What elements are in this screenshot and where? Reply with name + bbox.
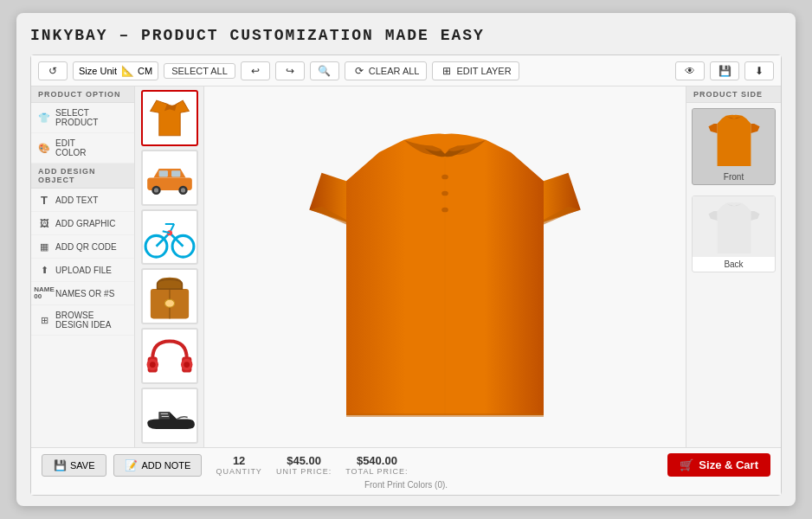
save-icon: 💾 <box>718 64 731 78</box>
left-sidebar: PRODUCT OPTION 👕 SELECT PRODUCT 🎨 EDITCO… <box>31 86 135 447</box>
size-cart-label: Size & Cart <box>699 458 758 471</box>
redo-button[interactable]: ↪ <box>275 61 305 80</box>
text-icon: T <box>38 194 50 206</box>
svg-rect-1 <box>158 170 167 176</box>
main-panel: ↺ Size Unit 📐 CM SELECT ALL ↩ ↪ 🔍 <box>30 54 782 496</box>
svg-point-4 <box>153 188 158 192</box>
browse-icon: ⊞ <box>38 314 50 326</box>
svg-point-21 <box>149 362 155 368</box>
unit-price-label: UNIT PRICE: <box>276 467 332 476</box>
names-label: NAMES OR #S <box>55 289 114 298</box>
total-price-value: $540.00 <box>357 454 397 467</box>
bottom-actions: 💾 SAVE 📝 ADD NOTE 12 QUANTITY $45.00 UNI… <box>42 453 770 477</box>
size-cart-button[interactable]: 🛒 Size & Cart <box>667 453 770 477</box>
add-graphic-label: ADD GRAPHIC <box>55 219 115 228</box>
tshirt-icon: 👕 <box>38 112 50 124</box>
side-option-back[interactable]: Back <box>692 195 776 272</box>
browse-item[interactable]: ⊞ BROWSEDESIGN IDEA <box>31 305 134 336</box>
download-icon: ⬇ <box>752 64 766 78</box>
outer-container: INKYBAY – PRODUCT CUSTOMIZATION MADE EAS… <box>16 13 796 506</box>
total-price-info: $540.00 TOTAL PRICE: <box>345 454 408 476</box>
cart-icon: 🛒 <box>680 458 693 471</box>
quantity-value: 12 <box>233 454 245 467</box>
note-icon: 📝 <box>125 458 139 472</box>
save-label: SAVE <box>70 460 95 471</box>
undo-button[interactable]: ↩ <box>241 61 270 80</box>
content-area: PRODUCT OPTION 👕 SELECT PRODUCT 🎨 EDITCO… <box>31 86 781 447</box>
edit-layer-button[interactable]: ⊞ EDIT LAYER <box>432 61 519 80</box>
clear-all-label: CLEAR ALL <box>369 66 420 76</box>
select-all-label: SELECT ALL <box>171 66 228 76</box>
thumb-car[interactable] <box>141 150 198 206</box>
edit-color-label: EDITCOLOR <box>55 138 87 157</box>
edit-color-item[interactable]: 🎨 EDITCOLOR <box>31 133 134 163</box>
save-button[interactable]: 💾 SAVE <box>42 454 106 477</box>
add-qr-item[interactable]: ▦ ADD QR CODE <box>31 235 134 259</box>
select-product-item[interactable]: 👕 SELECT PRODUCT <box>31 103 134 133</box>
size-unit-group: Size Unit 📐 CM <box>73 61 158 80</box>
add-text-item[interactable]: T ADD TEXT <box>31 189 134 212</box>
zoom-button[interactable]: 🔍 <box>310 61 339 80</box>
toolbar: ↺ Size Unit 📐 CM SELECT ALL ↩ ↪ 🔍 <box>31 55 781 86</box>
ruler-icon: 📐 <box>120 64 134 78</box>
save-btn-icon: 💾 <box>53 458 67 472</box>
thumb-sneakers[interactable] <box>141 388 198 444</box>
product-side-title: PRODUCT SIDE <box>686 86 781 103</box>
history-icon: ↺ <box>46 64 60 78</box>
canvas-area[interactable] <box>204 86 686 447</box>
qr-icon: ▦ <box>38 240 50 253</box>
upload-icon: ⬆ <box>38 264 50 276</box>
save-icon-button[interactable]: 💾 <box>710 61 739 80</box>
graphic-icon: 🖼 <box>38 217 50 229</box>
download-button[interactable]: ⬇ <box>744 61 774 80</box>
unit-value: CM <box>138 66 152 76</box>
clear-all-button[interactable]: ⟳ CLEAR ALL <box>345 61 428 80</box>
add-note-button[interactable]: 📝 ADD NOTE <box>113 454 203 477</box>
browse-label: BROWSEDESIGN IDEA <box>55 311 111 330</box>
layers-icon: ⊞ <box>440 64 454 78</box>
unit-price-value: $45.00 <box>287 454 321 467</box>
upload-file-label: UPLOAD FILE <box>55 266 112 275</box>
thumb-bag[interactable] <box>141 268 198 324</box>
thumb-shirt[interactable] <box>141 90 198 146</box>
back-product-img <box>693 196 775 257</box>
redo-icon: ↪ <box>283 64 297 78</box>
add-text-label: ADD TEXT <box>55 195 98 205</box>
right-sidebar: PRODUCT SIDE Front <box>686 86 781 447</box>
thumb-bike[interactable] <box>141 209 198 266</box>
eye-button[interactable]: 👁 <box>675 61 705 80</box>
unit-price-info: $45.00 UNIT PRICE: <box>276 454 332 476</box>
zoom-icon: 🔍 <box>318 64 332 78</box>
quantity-label: QUANTITY <box>216 467 262 476</box>
add-graphic-item[interactable]: 🖼 ADD GRAPHIC <box>31 212 134 235</box>
upload-file-item[interactable]: ⬆ UPLOAD FILE <box>31 259 134 282</box>
product-option-title: PRODUCT OPTION <box>31 86 134 103</box>
select-product-label: SELECT PRODUCT <box>55 108 127 127</box>
back-label: Back <box>693 257 775 272</box>
quantity-info: 12 QUANTITY <box>216 454 262 476</box>
thumb-headphones[interactable] <box>141 328 198 384</box>
add-qr-label: ADD QR CODE <box>55 242 117 252</box>
size-unit-label: Size Unit <box>79 66 117 76</box>
history-button[interactable]: ↺ <box>38 61 68 80</box>
color-icon: 🎨 <box>38 142 50 154</box>
svg-point-16 <box>164 300 174 308</box>
side-option-front[interactable]: Front <box>692 108 776 185</box>
eye-icon: 👁 <box>683 64 697 78</box>
names-item[interactable]: NAME00 NAMES OR #S <box>31 282 134 305</box>
front-label: Front <box>693 170 775 184</box>
svg-point-6 <box>180 188 184 192</box>
undo-icon: ↩ <box>248 64 262 78</box>
svg-rect-2 <box>171 170 180 176</box>
select-all-button[interactable]: SELECT ALL <box>164 63 235 79</box>
svg-point-22 <box>184 362 190 368</box>
total-price-label: TOTAL PRICE: <box>345 467 408 476</box>
product-canvas <box>298 103 592 432</box>
edit-layer-label: EDIT LAYER <box>456 66 511 76</box>
front-product-img <box>693 109 775 170</box>
thumbnail-strip <box>135 86 204 447</box>
footer-note: Front Print Colors (0). <box>42 480 770 490</box>
names-icon: NAME00 <box>38 287 50 299</box>
add-note-label: ADD NOTE <box>142 460 191 471</box>
order-info: 12 QUANTITY $45.00 UNIT PRICE: $540.00 T… <box>216 454 408 476</box>
